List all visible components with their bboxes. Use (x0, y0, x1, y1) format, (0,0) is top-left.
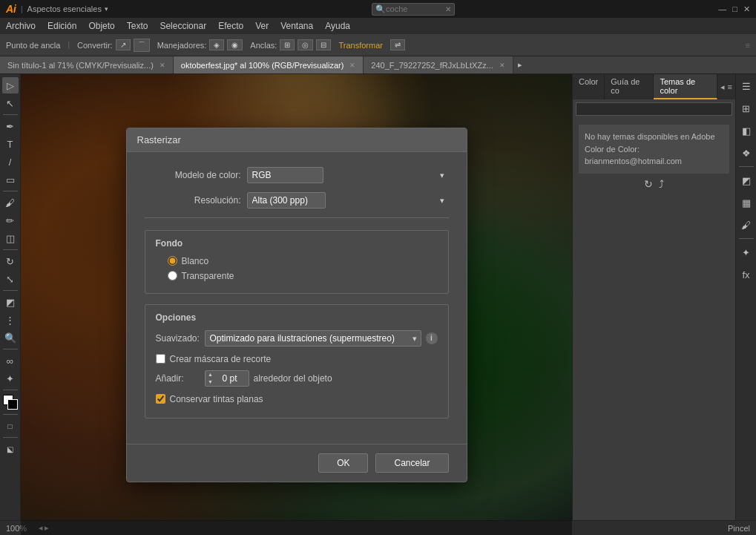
maximize-button[interactable]: □ (732, 4, 737, 14)
symbol-tool[interactable]: ✦ (2, 370, 19, 387)
mesh-tool[interactable]: ⋮ (2, 312, 19, 328)
scale-tool[interactable]: ⤡ (2, 271, 19, 287)
pencil-tool[interactable]: ✏ (2, 212, 19, 229)
artboard-tool[interactable]: ⬕ (2, 441, 19, 457)
change-mode-btn[interactable]: □ (2, 418, 19, 434)
info-icon[interactable]: i (426, 332, 438, 344)
panel-search-input[interactable] (576, 102, 732, 116)
menu-texto[interactable]: Texto (127, 21, 148, 31)
color-model-label: Modelo de color: (145, 170, 241, 180)
strip-separator (739, 166, 754, 167)
assets-icon[interactable]: ❖ (737, 144, 755, 162)
panel-tab-color[interactable]: Color (573, 74, 605, 99)
menu-ayuda[interactable]: Ayuda (325, 21, 350, 31)
far-right-toolbar: ☰ ⊞ ◧ ❖ ◩ ▦ 🖌 ✦ fx (735, 74, 756, 535)
tab-sin-titulo[interactable]: Sin título-1 al 71% (CMYK/Previsualiz...… (0, 56, 174, 73)
eraser-tool[interactable]: ◫ (2, 230, 19, 246)
menubar: Archivo Edición Objeto Texto Seleccionar… (0, 18, 756, 34)
resolution-wrapper: Pantalla (72 ppp) Media (150 ppp) Alta (… (247, 192, 449, 209)
panel-tab-themes[interactable]: Temas de color (654, 74, 717, 99)
tab-oktoberfest[interactable]: oktoberfest.jpg* al 100% (RGB/Previsuali… (174, 56, 364, 73)
spinner-up[interactable]: ▲ (206, 371, 215, 378)
symbols-icon[interactable]: ✦ (737, 243, 755, 261)
convert-btn2[interactable]: ⌒ (134, 39, 150, 52)
line-tool[interactable]: / (2, 154, 19, 170)
layers-icon[interactable]: ◧ (737, 122, 755, 140)
swatches-icon[interactable]: ▦ (737, 194, 755, 211)
anchor-btn1[interactable]: ⊞ (280, 39, 295, 50)
main-area: ▷ ↖ ✒ T / ▭ 🖌 ✏ ◫ ↻ ⤡ ◩ ⋮ 🔍 ∞ ✦ □ ⬕ (0, 74, 756, 535)
tab-close-1[interactable]: ✕ (349, 62, 355, 69)
menu-objeto[interactable]: Objeto (88, 21, 114, 31)
panel-notice: No hay temas disponibles en Adobe Color … (579, 125, 729, 174)
minimize-button[interactable]: — (718, 4, 726, 14)
pen-tool[interactable]: ✒ (2, 118, 19, 134)
paintbrush-tool[interactable]: 🖌 (2, 194, 19, 211)
bg-transparent-label[interactable]: Transparente (182, 271, 234, 281)
color-model-select[interactable]: RGB CMYK Escala de grises (247, 167, 323, 183)
toolbar-separator-2 (3, 191, 18, 191)
color-model-row: Modelo de color: RGB CMYK Escala de gris… (145, 167, 449, 183)
preserve-label[interactable]: Conservar tintas planas (170, 394, 263, 404)
menu-archivo[interactable]: Archivo (6, 21, 36, 31)
brushes-icon[interactable]: 🖌 (737, 216, 755, 234)
blend-tool[interactable]: ∞ (2, 352, 19, 369)
transform-extra-btn[interactable]: ⇌ (390, 39, 405, 50)
search-clear-icon[interactable]: ✕ (445, 5, 451, 13)
options-bar: Punto de ancla | Convertir: ↗ ⌒ Manejado… (0, 34, 756, 56)
menu-edicion[interactable]: Edición (47, 21, 76, 31)
graphic-styles-icon[interactable]: fx (737, 266, 755, 283)
color-guide-icon[interactable]: ◩ (737, 171, 755, 189)
rect-tool[interactable]: ▭ (2, 171, 19, 188)
search-input[interactable] (386, 4, 445, 13)
clipping-mask-label[interactable]: Crear máscara de recorte (170, 354, 272, 364)
ok-button[interactable]: OK (318, 453, 368, 473)
clipping-mask-checkbox[interactable] (156, 354, 165, 364)
strip-separator-2 (739, 238, 754, 239)
type-tool[interactable]: T (2, 136, 19, 152)
bg-white-radio[interactable] (168, 256, 177, 266)
menu-seleccionar[interactable]: Seleccionar (160, 21, 206, 31)
cancel-button[interactable]: Cancelar (375, 453, 448, 473)
options-title: Opciones (156, 312, 438, 323)
tab-close-2[interactable]: ✕ (499, 62, 505, 69)
panel-collapse-icon[interactable]: ◂ (720, 82, 725, 92)
workspace-selector[interactable]: Aspectos esenciales ▾ (27, 4, 108, 13)
rotate-tool[interactable]: ↻ (2, 253, 19, 269)
gradient-tool[interactable]: ◩ (2, 294, 19, 310)
handler-btn1[interactable]: ◈ (209, 39, 224, 50)
library-icon[interactable]: ☰ (737, 77, 755, 95)
resolution-select[interactable]: Pantalla (72 ppp) Media (150 ppp) Alta (… (247, 192, 326, 209)
background-color[interactable] (7, 399, 18, 410)
refresh-button[interactable]: ↻ (644, 178, 653, 190)
panel-menu-icon[interactable]: ≡ (728, 82, 732, 91)
close-button[interactable]: ✕ (743, 4, 750, 14)
menu-ver[interactable]: Ver (255, 21, 269, 31)
anchor-btn2[interactable]: ◎ (298, 39, 313, 50)
tab-240[interactable]: 240_F_79227252_fRJxLbLtXZz... ✕ (364, 56, 513, 73)
properties-icon[interactable]: ⊞ (737, 99, 755, 117)
add-value-input[interactable] (215, 372, 245, 385)
direct-select-tool[interactable]: ↖ (2, 95, 19, 111)
smoothing-select[interactable]: Ninguno Optimizado para ilustraciones (s… (205, 330, 421, 347)
spinner-down[interactable]: ▼ (206, 378, 215, 386)
color-swatches[interactable] (3, 395, 18, 410)
eyedropper-tool[interactable]: 🔍 (2, 329, 19, 346)
panel-tab-guide[interactable]: Guía de co (605, 74, 654, 99)
bg-transparent-radio[interactable] (168, 271, 177, 280)
window-controls[interactable]: — □ ✕ (718, 4, 750, 14)
background-title: Fondo (156, 238, 438, 249)
tab-more-button[interactable]: ▸ (513, 56, 527, 73)
convert-btn1[interactable]: ↗ (116, 39, 131, 50)
anchor-btn3[interactable]: ⊟ (316, 39, 331, 50)
share-button[interactable]: ⤴ (659, 178, 664, 190)
tab-close-0[interactable]: ✕ (160, 62, 165, 69)
bg-white-label[interactable]: Blanco (182, 256, 209, 266)
handler-btn2[interactable]: ◉ (227, 39, 243, 50)
menu-efecto[interactable]: Efecto (218, 21, 243, 31)
search-box[interactable]: 🔍 ✕ (372, 3, 455, 16)
menu-ventana[interactable]: Ventana (280, 21, 313, 31)
transform-label[interactable]: Transformar (338, 41, 383, 50)
preserve-checkbox[interactable] (156, 394, 165, 404)
select-tool[interactable]: ▷ (2, 77, 19, 93)
